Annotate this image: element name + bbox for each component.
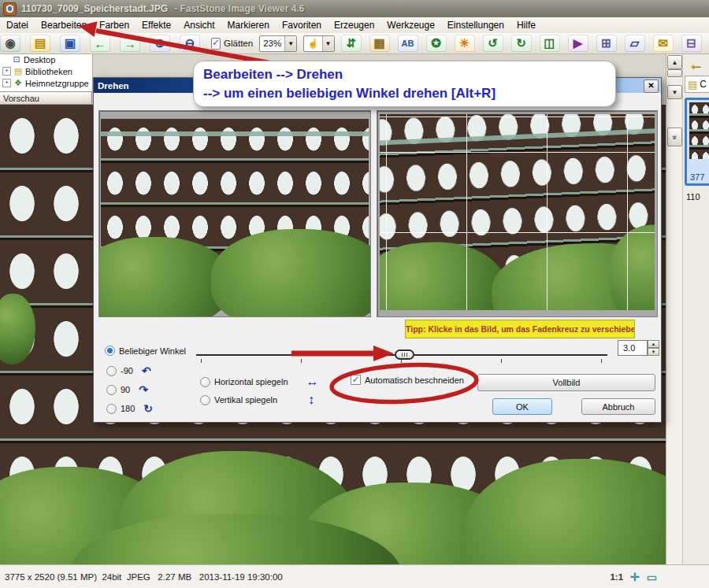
annotation-line2: --> um einen beliebigen Winkel drehen [A… (203, 84, 615, 103)
rotate-arrow-icon: ↶ (142, 364, 151, 377)
scroll-up-button[interactable]: ▲ (667, 55, 682, 69)
title-bar: 110730_7009_Speicherstadt.JPG - FastSton… (0, 0, 709, 17)
folder-path-select[interactable]: ▤ C (685, 76, 709, 93)
annotation-callout: Bearbeiten --> Drehen --> um einen belie… (193, 61, 616, 107)
rotate-90-radio[interactable] (106, 385, 117, 395)
save-icon[interactable]: ▣ (60, 35, 80, 52)
tree-node-icon: ⊡ (11, 54, 22, 65)
crosshair-grid-overlay (380, 114, 655, 310)
spin-down-icon[interactable]: ▼ (648, 348, 659, 356)
menu-item-erzeugen[interactable]: Erzeugen (328, 18, 380, 32)
scan-icon[interactable]: ▱ (625, 35, 645, 52)
file-browser-sidebar: ← ▤ C 377 110 (682, 54, 709, 564)
menu-bar: DateiBearbeitenFarbenEffekteAnsichtMarki… (0, 17, 709, 34)
zoom-in-icon[interactable]: ⊕ (150, 35, 170, 52)
back-arrow-icon[interactable]: ← (688, 55, 703, 73)
auto-crop-row: ✓ Automatisch beschneiden (351, 375, 464, 385)
angle-spinner: ▲ ▼ (648, 340, 659, 356)
next-image-icon[interactable]: → (120, 35, 140, 52)
angle-radio-label: Beliebiger Winkel (119, 346, 186, 356)
tree-expand-icon (2, 56, 9, 63)
menu-item-ansicht[interactable]: Ansicht (177, 18, 221, 32)
menu-item-einstellungen[interactable]: Einstellungen (441, 18, 510, 32)
print-icon[interactable]: ⊟ (681, 35, 702, 52)
chevron-down-icon: ▼ (322, 36, 334, 51)
cancel-button[interactable]: Abbruch (581, 398, 655, 415)
open-folder-icon[interactable]: ▤ (30, 35, 50, 52)
auto-crop-checkbox[interactable]: ✓ (351, 375, 361, 385)
menu-item-bearbeiten[interactable]: Bearbeiten (35, 18, 93, 32)
fullscreen-button[interactable]: Vollbild (477, 374, 655, 391)
hand-tool-select[interactable]: ☝ ▼ (303, 35, 334, 52)
flip-horizontal-radio[interactable] (200, 377, 210, 387)
tree-expand-icon[interactable]: + (2, 79, 11, 87)
vertical-scrollbar[interactable]: ▲ ▼ » (666, 54, 682, 564)
tree-foliage (211, 229, 371, 317)
hand-tool-icon: ☝ (304, 38, 321, 49)
menu-item-hilfe[interactable]: Hilfe (510, 18, 542, 32)
flip-h-row: Horizontal spiegeln ↔ (200, 375, 319, 389)
chevron-down-icon: ▼ (284, 36, 296, 51)
spin-up-icon[interactable]: ▲ (648, 340, 659, 348)
scroll-down-button[interactable]: ▼ (667, 85, 682, 99)
prev-image-icon[interactable]: ← (90, 35, 110, 52)
flip-vertical-icon: ↕ (308, 393, 314, 407)
zoom-fit-icon[interactable]: ✛ (630, 571, 640, 583)
tree-item-bibliotheken[interactable]: +▤Bibliotheken (0, 65, 92, 77)
window-title-app: - FastStone Image Viewer 4.6 (174, 3, 304, 14)
preview-after-pane[interactable] (377, 110, 658, 317)
collapse-panel-button[interactable]: » (667, 128, 682, 146)
compare-icon[interactable]: ◫ (540, 35, 560, 52)
menu-item-favoriten[interactable]: Favoriten (276, 18, 328, 32)
camera-icon[interactable]: ◉ (0, 35, 20, 52)
tree-expand-icon[interactable]: + (2, 67, 11, 76)
email-icon[interactable]: ✉ (653, 35, 674, 52)
app-icon (3, 2, 17, 16)
menu-item-werkzeuge[interactable]: Werkzeuge (380, 18, 440, 32)
zoom-out-icon[interactable]: ⊖ (180, 35, 200, 52)
status-bar: 3775 x 2520 (9.51 MP) 24bit JPEG 2.27 MB… (0, 564, 709, 588)
angle-slider-handle[interactable] (395, 349, 414, 360)
tree-node-label: Bibliotheken (25, 67, 72, 76)
zoom-percent-select[interactable]: 23% ▼ (259, 35, 297, 52)
crop-icon[interactable]: ▦ (369, 35, 390, 52)
rename-icon[interactable]: AB (398, 35, 418, 52)
adjust-colors-icon[interactable]: ☀ (455, 35, 475, 52)
rotate-option-label: -90 (121, 366, 133, 375)
roof-line (101, 131, 369, 136)
auto-crop-label: Automatisch beschneiden (365, 375, 464, 385)
menu-item-effekte[interactable]: Effekte (135, 18, 177, 32)
rotate-right-icon[interactable]: ↻ (511, 35, 532, 52)
smooth-checkbox[interactable]: ✓ (211, 38, 221, 50)
flip-horizontal-icon: ↔ (306, 375, 319, 389)
frame-select-icon[interactable]: ▭ (647, 571, 657, 583)
angle-radio[interactable] (105, 346, 115, 356)
angle-value-input[interactable]: 3.0 (618, 340, 648, 356)
ok-button[interactable]: OK (492, 398, 552, 415)
preview-after-wrap (380, 114, 655, 310)
tree-node-icon: ❖ (13, 78, 24, 88)
flip-horizontal-label: Horizontal spiegeln (214, 377, 288, 386)
rotate-option-label: 90 (121, 385, 130, 394)
clone-stamp-icon[interactable]: ✪ (426, 35, 447, 52)
tree-foliage (465, 459, 666, 564)
toolbar: ◉▤▣←→⊕⊖ ✓ Glätten 23% ▼ ☝ ▼ ⇵▦AB✪☀↺↻◫▶⊞▱… (0, 33, 709, 54)
slideshow-icon[interactable]: ▶ (568, 35, 588, 52)
rotate-minus90-radio[interactable] (106, 366, 117, 376)
thumbnail-selected[interactable]: 377 (685, 98, 709, 186)
menu-item-datei[interactable]: Datei (0, 18, 35, 32)
tree-item-heimnetzgruppe[interactable]: +❖Heimnetzgruppe (0, 77, 92, 89)
scroll-thumb[interactable] (667, 69, 682, 77)
flip-vertical-radio[interactable] (200, 395, 210, 405)
flip-v-row: Vertikal spiegeln ↕ (200, 393, 314, 407)
menu-item-farben[interactable]: Farben (93, 18, 135, 32)
menu-item-markieren[interactable]: Markieren (221, 18, 276, 32)
rotate-left-icon[interactable]: ↺ (483, 35, 503, 52)
tree-item-desktop[interactable]: ⊡Desktop (0, 54, 92, 65)
resize-icon[interactable]: ⇵ (341, 35, 362, 52)
cascade-windows-icon[interactable]: ⊞ (596, 35, 617, 52)
close-icon[interactable]: ✕ (644, 80, 659, 93)
preview-before-image (101, 119, 369, 306)
rotate-option-label: 180 (121, 404, 135, 413)
rotate-180-radio[interactable] (106, 404, 117, 414)
